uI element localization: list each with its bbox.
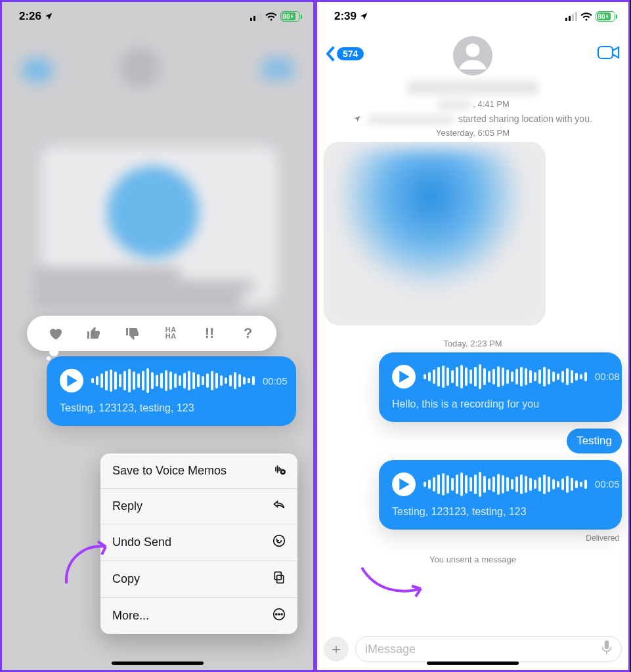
home-indicator (427, 662, 519, 665)
menu-undo-send[interactable]: Undo Send (100, 524, 297, 560)
reply-icon (272, 499, 286, 514)
voice-message-bubble-focused[interactable]: 00:05 Testing, 123123, testing, 123 (47, 356, 296, 426)
voice-transcript: Testing, 123123, testing, 123 (60, 402, 283, 414)
voice-duration: 00:05 (263, 375, 288, 387)
battery-icon: 80 (596, 11, 615, 22)
play-button[interactable] (392, 472, 416, 496)
waveform-icon (424, 364, 587, 389)
message-input-row: ＋ iMessage (324, 636, 622, 662)
waveform-icon (91, 368, 255, 393)
status-bar: 2:39 80 (317, 2, 628, 31)
sent-text-message[interactable]: Testing (567, 429, 622, 453)
back-button[interactable]: 574 (325, 45, 364, 62)
more-icon (272, 608, 286, 624)
input-placeholder: iMessage (365, 642, 416, 656)
waveform-icon (424, 472, 587, 497)
menu-reply[interactable]: Reply (100, 488, 297, 524)
menu-copy[interactable]: Copy (100, 560, 297, 597)
timestamp-line: , 4:41 PM (324, 99, 622, 110)
contact-name-blurred (407, 81, 538, 95)
screenshot-left: 2:26 80 HAHA !! ? 00:0 (0, 0, 315, 672)
menu-save-voice-memos[interactable]: Save to Voice Memos (100, 453, 297, 488)
voice-duration: 00:08 (595, 371, 620, 382)
timestamp-today: Today, 2:23 PM (324, 339, 622, 348)
sent-voice-message-2[interactable]: 00:05 Testing, 123123, testing, 123 (379, 460, 622, 530)
context-menu: Save to Voice Memos Reply Undo Send Copy… (100, 453, 297, 634)
facetime-button[interactable] (597, 44, 620, 64)
svg-point-5 (276, 614, 277, 615)
tapback-thumbs-down[interactable] (121, 326, 144, 341)
location-icon (44, 12, 53, 21)
location-icon (359, 12, 368, 21)
sent-voice-message-1[interactable]: 00:08 Hello, this is a recording for you (379, 352, 622, 422)
home-indicator (112, 662, 204, 665)
voice-transcript: Testing, 123123, testing, 123 (392, 506, 609, 518)
timestamp-yesterday: Yesterday, 6:05 PM (324, 128, 622, 138)
wifi-icon (265, 12, 277, 21)
unsent-notice: You unsent a message (324, 555, 622, 564)
waveform-plus-icon (272, 463, 286, 478)
menu-more[interactable]: More... (100, 597, 297, 634)
unread-count: 574 (337, 47, 364, 60)
tapback-exclaim[interactable]: !! (198, 325, 221, 342)
status-time: 2:26 (19, 10, 41, 23)
play-button[interactable] (392, 365, 416, 388)
svg-rect-8 (598, 47, 613, 58)
chat-content[interactable]: , 4:41 PM started sharing location with … (317, 95, 628, 628)
cellular-signal-icon (250, 12, 262, 21)
screenshot-right: 2:39 80 574 , 4:41 PM (315, 0, 630, 672)
tapback-haha[interactable]: HAHA (160, 327, 182, 340)
status-bar: 2:26 80 (2, 2, 313, 31)
svg-point-7 (281, 614, 282, 615)
cellular-signal-icon (565, 12, 577, 21)
tapback-heart[interactable] (44, 326, 66, 341)
delivered-status: Delivered (586, 534, 619, 543)
wifi-icon (580, 12, 592, 21)
battery-icon: 80 (280, 11, 300, 22)
undo-icon (272, 534, 286, 551)
tapback-question[interactable]: ? (237, 325, 259, 342)
location-shared-line: started sharing location with you. (324, 114, 622, 124)
chat-nav-bar: 574 (317, 31, 628, 77)
svg-rect-10 (605, 640, 609, 649)
location-icon (353, 115, 361, 123)
play-button[interactable] (60, 369, 83, 392)
received-message-blurred[interactable] (324, 142, 546, 326)
message-input[interactable]: iMessage (355, 636, 622, 662)
voice-duration: 00:05 (595, 478, 620, 490)
svg-point-6 (278, 614, 280, 615)
voice-transcript: Hello, this is a recording for you (392, 398, 609, 410)
attach-button[interactable]: ＋ (324, 637, 349, 662)
tapback-bar: HAHA !! ? (27, 316, 276, 351)
dictation-button[interactable] (601, 640, 612, 658)
tapback-thumbs-up[interactable] (83, 326, 105, 341)
status-time: 2:39 (334, 10, 357, 23)
copy-icon (272, 571, 286, 587)
